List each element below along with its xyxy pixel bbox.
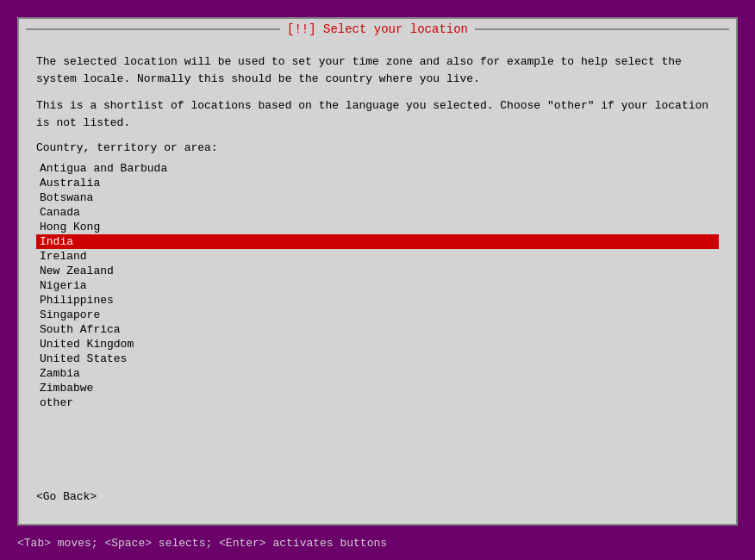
dialog-box: [!!] Select your location The selected l… [17, 17, 738, 526]
list-item[interactable]: Philippines [36, 293, 719, 308]
list-item[interactable]: New Zealand [36, 264, 719, 278]
list-item[interactable]: Singapore [36, 308, 719, 322]
list-item[interactable]: Botswana [36, 190, 719, 205]
list-item[interactable]: Hong Kong [36, 220, 719, 234]
screen-outer: [!!] Select your location The selected l… [0, 0, 755, 526]
list-item[interactable]: United States [36, 352, 719, 366]
list-item[interactable]: Ireland [36, 249, 719, 264]
dialog-content: The selected location will be used to se… [19, 40, 736, 524]
dialog-title: [!!] Select your location [280, 22, 475, 36]
status-bar: <Tab> moves; <Space> selects; <Enter> ac… [0, 526, 755, 560]
country-label: Country, territory or area: [36, 141, 719, 154]
list-item[interactable]: Australia [36, 176, 719, 190]
list-item[interactable]: South Africa [36, 322, 719, 337]
list-item[interactable]: other [36, 395, 719, 410]
list-item[interactable]: Nigeria [36, 278, 719, 293]
list-item[interactable]: India [36, 234, 719, 249]
list-item[interactable]: Antigua and Barbuda [36, 161, 719, 176]
description1: The selected location will be used to se… [36, 53, 719, 87]
go-back-button[interactable]: <Go Back> [36, 490, 97, 503]
title-line-left [26, 28, 280, 30]
list-item[interactable]: United Kingdom [36, 337, 719, 352]
country-list: Antigua and BarbudaAustraliaBotswanaCana… [36, 161, 719, 476]
list-item[interactable]: Canada [36, 205, 719, 220]
dialog-title-bar: [!!] Select your location [19, 19, 736, 40]
title-line-right [475, 28, 729, 30]
list-item[interactable]: Zambia [36, 366, 719, 381]
list-item[interactable]: Zimbabwe [36, 381, 719, 395]
description2: This is a shortlist of locations based o… [36, 97, 719, 131]
status-text: <Tab> moves; <Space> selects; <Enter> ac… [17, 537, 387, 550]
